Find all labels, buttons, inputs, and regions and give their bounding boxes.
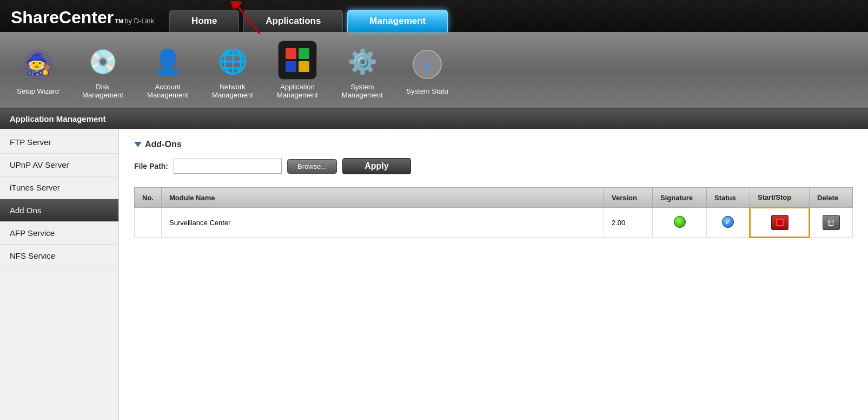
setup-wizard-icon-wrap: 🧙 [18,45,57,84]
disk-management-icon-wrap: 💿 [83,41,122,80]
system-status-icon-wrap: i [408,45,447,84]
toolbar-item-account-management[interactable]: 👤 AccountManagement [146,41,189,99]
sidebar-item-afp-service[interactable]: AFP Service [0,222,118,245]
account-management-icon: 👤 [151,44,184,76]
applications-nav-button[interactable]: Applications [243,10,343,32]
svg-rect-9 [286,61,296,72]
network-management-icon: 🌐 [216,44,249,76]
svg-rect-10 [299,61,309,72]
setup-wizard-icon: 🧙 [22,48,54,81]
file-path-input[interactable] [174,159,282,174]
cell-status [707,208,750,238]
file-path-row: File Path: Browse... Apply [134,158,853,174]
toolbar-item-system-management[interactable]: ⚙️ SystemManagement [341,41,384,99]
section-title: Application Management [10,114,106,123]
network-management-icon-wrap: 🌐 [213,41,252,80]
svg-text:i: i [425,57,429,74]
file-path-label: File Path: [134,162,168,170]
application-management-icon [281,44,314,76]
svg-text:🧙: 🧙 [25,51,51,76]
cell-version: 2.00 [604,208,653,238]
col-header-signature: Signature [653,188,707,208]
browse-button[interactable]: Browse... [287,159,337,174]
header: ShareCenter TM by D-Link Home Applicatio… [0,0,868,32]
system-management-icon: ⚙️ [346,44,379,76]
account-management-icon-wrap: 👤 [148,41,187,80]
col-header-no: No. [135,188,162,208]
col-header-status: Status [707,188,750,208]
sidebar-item-itunes-server[interactable]: iTunes Server [0,176,118,199]
addons-title: Add-Ons [145,140,182,149]
application-management-icon-wrap [278,41,317,80]
logo: ShareCenter TM by D-Link [11,8,154,32]
main-content: Application Management FTP Server UPnP A… [0,109,868,420]
addons-table: No. Module Name Version Signature Status… [134,187,853,238]
svg-text:⚙️: ⚙️ [348,48,377,76]
delete-button[interactable]: 🗑 [823,215,840,230]
network-management-label: NetworkManagement [212,83,253,99]
management-nav-button[interactable]: Management [347,10,448,32]
account-management-label: AccountManagement [147,83,188,99]
logo-tm: TM [115,18,123,24]
disk-management-label: DiskManagement [82,83,123,99]
logo-sub: by D-Link [124,17,154,25]
svg-text:💿: 💿 [88,48,118,76]
section-header: Application Management [0,109,868,129]
right-panel: Add-Ons File Path: Browse... Apply No. M… [119,129,868,420]
cell-delete: 🗑 [810,208,853,238]
toolbar-item-network-management[interactable]: 🌐 NetworkManagement [211,41,254,99]
svg-rect-7 [286,48,296,59]
status-blue-check-icon [722,216,734,228]
col-header-start-stop: Start/Stop [750,188,810,208]
sidebar-item-ftp-server[interactable]: FTP Server [0,131,118,154]
addons-header: Add-Ons [134,140,853,149]
stop-icon [776,219,784,226]
svg-rect-8 [299,48,309,59]
apply-button[interactable]: Apply [342,158,410,174]
cell-no [135,208,162,238]
svg-text:🌐: 🌐 [218,48,248,76]
application-management-label: ApplicationManagement [277,83,318,99]
sidebar-item-nfs-service[interactable]: NFS Service [0,245,118,267]
content-area: FTP Server UPnP AV Server iTunes Server … [0,129,868,420]
col-header-version: Version [604,188,653,208]
cell-module-name: Surveillance Center [162,208,604,238]
collapse-icon [134,142,142,147]
stop-button[interactable] [771,215,789,230]
toolbar-item-system-status[interactable]: i System Statu [406,45,449,95]
col-header-delete: Delete [810,188,853,208]
sidebar-item-upnp-av-server[interactable]: UPnP AV Server [0,154,118,176]
system-status-label: System Statu [406,87,448,95]
cell-signature [653,208,707,238]
col-header-module: Module Name [162,188,604,208]
svg-text:👤: 👤 [153,48,183,76]
trash-icon: 🗑 [827,218,836,227]
cell-start-stop [750,208,810,238]
signature-green-icon [674,216,686,228]
toolbar-item-disk-management[interactable]: 💿 DiskManagement [81,41,124,99]
system-management-icon-wrap: ⚙️ [343,41,382,80]
system-status-icon: i [411,48,443,81]
sidebar-item-add-ons[interactable]: Add Ons [0,199,118,222]
sidebar: FTP Server UPnP AV Server iTunes Server … [0,129,119,420]
setup-wizard-label: Setup Wizard [17,87,59,95]
toolbar-item-application-management[interactable]: ApplicationManagement [276,41,319,99]
toolbar-item-setup-wizard[interactable]: 🧙 Setup Wizard [16,45,59,95]
system-management-label: SystemManagement [342,83,383,99]
logo-main: ShareCenter [11,8,114,28]
disk-management-icon: 💿 [87,44,119,76]
home-nav-button[interactable]: Home [169,10,239,32]
toolbar: 🧙 Setup Wizard 💿 DiskManagement 👤 Accoun… [0,32,868,109]
table-row: Surveillance Center 2.00 [135,208,853,238]
